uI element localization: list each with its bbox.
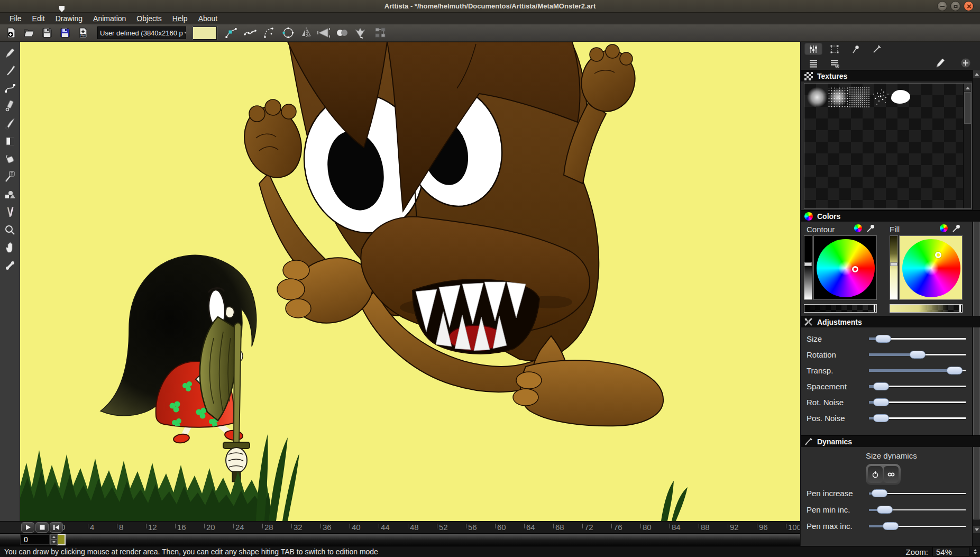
close-button[interactable] xyxy=(964,1,974,11)
pan-tool[interactable] xyxy=(2,239,19,257)
fill-wheel-mini-icon[interactable] xyxy=(940,224,948,232)
play-button[interactable] xyxy=(21,522,34,533)
adjustments-header[interactable]: Adjustments xyxy=(801,316,980,327)
fill-wheel-cursor[interactable] xyxy=(935,252,941,258)
cone-tool[interactable] xyxy=(317,26,331,40)
slider-handle[interactable] xyxy=(873,414,889,422)
texture-swatch-blob[interactable] xyxy=(891,90,910,104)
zoom-value[interactable]: 54% xyxy=(932,547,969,556)
fill-alpha-handle[interactable] xyxy=(959,305,961,312)
contour-alpha-handle[interactable] xyxy=(874,305,875,312)
bezier-tool[interactable] xyxy=(2,79,19,97)
menu-drawing[interactable]: Drawing xyxy=(50,14,88,23)
texture-swatch-splatter[interactable] xyxy=(870,87,891,108)
add-layer-button[interactable] xyxy=(826,57,844,69)
slider-spacement[interactable] xyxy=(869,382,966,390)
contour-eyedropper-icon[interactable] xyxy=(866,224,875,233)
slider-handle[interactable] xyxy=(883,522,899,530)
layer-list-button[interactable] xyxy=(804,57,822,69)
tab-picker[interactable] xyxy=(847,43,865,55)
slider-rotation[interactable] xyxy=(869,350,966,359)
slider-rot-noise[interactable] xyxy=(869,398,966,406)
current-fill-swatch[interactable] xyxy=(193,26,217,40)
zoom-tool[interactable] xyxy=(2,221,19,239)
pencil-tool[interactable] xyxy=(2,44,19,62)
fill-color-wheel[interactable] xyxy=(902,239,960,297)
shapes-tool[interactable] xyxy=(2,186,19,204)
slider-pen-min-inc[interactable] xyxy=(869,506,966,514)
slider-transp[interactable] xyxy=(869,366,966,375)
export-png-button[interactable]: PNG xyxy=(76,26,90,40)
zoom-spin-down[interactable] xyxy=(974,552,977,554)
contour-wheel-box[interactable] xyxy=(813,235,877,300)
tab-brush-settings[interactable] xyxy=(804,43,822,55)
frame-spin-down[interactable] xyxy=(50,540,58,545)
save-button[interactable] xyxy=(40,26,54,40)
fill-wheel-box[interactable] xyxy=(899,235,963,300)
slider-handle[interactable] xyxy=(947,367,963,375)
edit-brush-button[interactable] xyxy=(931,57,949,69)
bone-tool[interactable] xyxy=(2,257,19,275)
panel-scroll-down[interactable] xyxy=(973,526,980,533)
texture-swatch-grain[interactable] xyxy=(849,87,870,108)
menu-objects[interactable]: Objects xyxy=(131,14,167,23)
save-as-button[interactable] xyxy=(58,26,72,40)
paint-bucket-tool[interactable] xyxy=(2,150,19,168)
slider-pen-increase[interactable] xyxy=(869,489,966,498)
node-edit-tool[interactable] xyxy=(224,26,238,40)
contour-wheel-mini-icon[interactable] xyxy=(854,224,862,232)
contour-wheel-cursor[interactable] xyxy=(852,266,858,272)
contour-value-bar[interactable] xyxy=(804,235,812,300)
skip-to-start-button[interactable] xyxy=(50,522,63,533)
texture-palette[interactable] xyxy=(804,83,972,209)
slider-handle[interactable] xyxy=(873,398,889,406)
marker-tool[interactable] xyxy=(2,97,19,115)
dynamics-off-button[interactable] xyxy=(868,466,883,483)
blend-circles-tool[interactable] xyxy=(335,26,349,40)
zoom-spin-up[interactable] xyxy=(974,549,977,551)
add-brush-button[interactable] xyxy=(957,57,975,69)
render-area[interactable] xyxy=(20,42,800,521)
menu-about[interactable]: About xyxy=(193,14,223,23)
tab-magic-wand[interactable] xyxy=(868,43,886,55)
keyframe-track[interactable] xyxy=(0,533,800,546)
fill-alpha-bar[interactable] xyxy=(890,304,963,313)
maximize-button[interactable] xyxy=(950,1,960,11)
menu-file[interactable]: File xyxy=(4,14,27,23)
slider-pen-max-inc[interactable] xyxy=(869,522,966,531)
texture-scrollbar[interactable] xyxy=(963,84,971,208)
slider-handle[interactable] xyxy=(877,506,893,514)
fill-eyedropper-icon[interactable] xyxy=(951,224,961,233)
new-document-button[interactable] xyxy=(4,26,18,40)
texture-swatch-noise[interactable] xyxy=(828,87,849,108)
timeline-ruler[interactable]: 0481216202428323640444852566064687276808… xyxy=(59,522,800,534)
panel-scroll-thumb[interactable] xyxy=(973,218,980,519)
canvas-preset-dropdown[interactable]: User defined (3840x2160 p xyxy=(97,26,186,39)
pen-tool[interactable] xyxy=(2,62,19,80)
minimize-button[interactable] xyxy=(937,1,947,11)
slider-size[interactable] xyxy=(869,334,966,343)
contour-value-handle[interactable] xyxy=(804,262,812,266)
colors-header[interactable]: Colors xyxy=(801,210,980,222)
slider-handle[interactable] xyxy=(873,382,889,390)
arc-tool[interactable] xyxy=(262,26,276,40)
fill-value-handle[interactable] xyxy=(890,262,897,266)
slider-pos-noise[interactable] xyxy=(869,414,966,422)
fan-brush-tool[interactable] xyxy=(353,26,367,40)
slider-handle[interactable] xyxy=(872,489,887,497)
mirror-tool[interactable] xyxy=(299,26,313,40)
group-objects-tool[interactable] xyxy=(373,26,387,40)
keyframe-cell[interactable] xyxy=(57,534,66,545)
fill-rectangle-tool[interactable] xyxy=(2,133,19,151)
panel-scroll-up[interactable] xyxy=(973,70,980,78)
fill-value-bar[interactable] xyxy=(890,235,898,300)
slider-handle[interactable] xyxy=(910,351,926,359)
dynamics-infinite-button[interactable] xyxy=(884,466,899,483)
contour-alpha-bar[interactable] xyxy=(804,304,877,313)
current-frame-display[interactable]: 0 xyxy=(20,534,50,545)
textures-header[interactable]: Textures xyxy=(801,70,980,81)
menu-animation[interactable]: Animation xyxy=(88,14,131,23)
texture-scroll-thumb[interactable] xyxy=(964,92,971,124)
dynamics-header[interactable]: Dynamics xyxy=(801,435,980,447)
texture-scroll-up[interactable] xyxy=(964,84,971,92)
